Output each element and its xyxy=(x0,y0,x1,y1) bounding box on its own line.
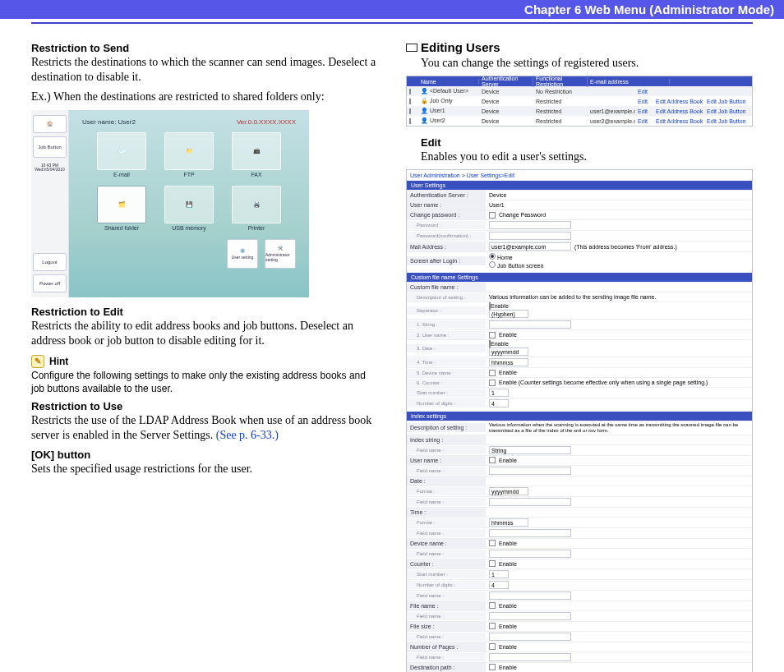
idx-string-field[interactable]: String xyxy=(489,446,571,454)
idx-counter-field[interactable] xyxy=(489,591,571,600)
row-checkbox[interactable] xyxy=(409,118,411,124)
edit-link[interactable]: Edit xyxy=(635,118,653,124)
idx-username-checkbox[interactable] xyxy=(489,457,496,463)
idx-filename-checkbox[interactable] xyxy=(489,602,496,609)
tile-printer: 🖨️Printer xyxy=(232,186,281,231)
password-confirm-input[interactable] xyxy=(489,232,571,240)
user-setting-button[interactable]: ⚙️User setting xyxy=(227,239,258,269)
hint-label: Hint xyxy=(49,356,68,367)
idx-pages-field[interactable] xyxy=(489,653,571,661)
poweroff-button[interactable]: Power off xyxy=(33,274,67,292)
idx-time-field[interactable] xyxy=(489,529,571,537)
scanner-version: Ver.0.0.XXXX.XXXX xyxy=(237,118,296,126)
tile-shared-folder[interactable]: 🗂️Shared folder xyxy=(97,186,146,231)
heading-editing-users: Editing Users xyxy=(406,40,753,54)
job-button[interactable]: Job Button xyxy=(33,136,67,158)
hint-text: Configure the following settings to make… xyxy=(31,370,378,395)
table-row: 👤 User1DeviceRestricteduser1@example.com… xyxy=(407,106,752,116)
edit-jobbutton-link[interactable]: Edit Job Button xyxy=(704,108,752,114)
idx-username-field[interactable] xyxy=(489,467,571,475)
edit-addressbook-link[interactable]: Edit Address Book xyxy=(653,108,704,114)
admin-setting-button[interactable]: 🛠️Administrator setting xyxy=(265,239,296,269)
cfn-username-checkbox[interactable] xyxy=(489,332,496,338)
see-link[interactable]: (See p. 6-33.) xyxy=(216,429,279,441)
cfn-device-checkbox[interactable] xyxy=(489,370,496,376)
idx-device-checkbox[interactable] xyxy=(489,540,496,546)
heading-edit: Edit xyxy=(421,136,753,149)
chapter-header: Chapter 6 Web Menu (Administrator Mode) xyxy=(0,0,784,19)
panel-user-settings: User Settings xyxy=(407,181,752,190)
heading-restriction-use: Restriction to Use xyxy=(31,400,378,412)
user-settings-form-figure: User Administration > User Settings>Edit… xyxy=(406,169,753,672)
heading-ok-button: [OK] button xyxy=(31,449,378,461)
tile-usb: 💾USB memory xyxy=(164,186,214,231)
idx-date-format[interactable]: yyyymmdd xyxy=(489,487,528,495)
para-editing-users: You can change the settings of registere… xyxy=(421,56,753,71)
string-input[interactable] xyxy=(489,320,571,329)
row-checkbox[interactable] xyxy=(409,99,411,104)
idx-filename-field[interactable] xyxy=(489,612,571,620)
tile-email: ✉️E-mail xyxy=(97,132,146,177)
logout-button[interactable]: Logout xyxy=(33,253,67,271)
top-rule xyxy=(31,22,753,24)
panel-index-settings: Index settings xyxy=(407,412,752,421)
idx-pages-checkbox[interactable] xyxy=(489,643,496,650)
para-restriction-use: Restricts the use of the LDAP Address Bo… xyxy=(31,413,378,443)
table-row: 👤 <Default User>DeviceNo RestrictionEdit xyxy=(407,86,752,96)
table-header: Name Authentication Server Functional Re… xyxy=(407,76,752,86)
table-row: 🔒 Job OnlyDeviceRestrictedEditEdit Addre… xyxy=(407,96,752,106)
bullet-icon xyxy=(406,44,417,52)
table-row: 👤 User2DeviceRestricteduser2@example.com… xyxy=(407,116,752,126)
digits-input[interactable]: 4 xyxy=(489,399,509,407)
left-column: Restriction to Send Restricts the destin… xyxy=(31,40,378,672)
tile-ftp: 📁FTP xyxy=(164,132,214,177)
edit-jobbutton-link[interactable]: Edit Job Button xyxy=(704,99,752,104)
idx-device-field[interactable] xyxy=(489,550,571,558)
scanner-main: User name: User2 Ver.0.0.XXXX.XXXX ✉️E-m… xyxy=(69,110,309,297)
idx-digits[interactable]: 4 xyxy=(489,581,509,589)
para-ok-button: Sets the specified usage restrictions fo… xyxy=(31,462,378,476)
heading-restriction-edit: Restriction to Edit xyxy=(31,306,378,318)
panel-custom-filename: Custom file name Settings xyxy=(407,273,752,282)
heading-restriction-send: Restriction to Send xyxy=(31,42,378,54)
idx-time-format[interactable]: hhmmss xyxy=(489,518,528,527)
password-input[interactable] xyxy=(489,221,571,229)
change-password-checkbox[interactable] xyxy=(489,212,496,219)
start-number-input[interactable]: 1 xyxy=(489,389,509,397)
idx-filesize-checkbox[interactable] xyxy=(489,623,496,629)
hint-block: ✎ Hint xyxy=(31,355,378,368)
scanner-username: User name: User2 xyxy=(82,118,136,126)
edit-jobbutton-link[interactable]: Edit Job Button xyxy=(704,118,752,124)
time-format-select[interactable]: hhmmss xyxy=(489,358,528,366)
scanner-ui-figure: 🏠 Job Button 10:43 PM Wed\n5/04/2010 Log… xyxy=(31,110,309,297)
cfn-counter-checkbox[interactable] xyxy=(489,380,496,386)
idx-date-field[interactable] xyxy=(489,498,571,506)
idx-counter-checkbox[interactable] xyxy=(489,560,496,567)
clock-label: 10:43 PM Wed\n5/04/2010 xyxy=(33,161,67,173)
edit-link[interactable]: Edit xyxy=(635,108,653,114)
idx-dest-checkbox[interactable] xyxy=(489,664,496,670)
row-checkbox[interactable] xyxy=(409,89,411,94)
home-button[interactable]: 🏠 xyxy=(33,115,67,133)
mail-input[interactable]: user1@example.com xyxy=(489,242,571,251)
para-edit: Enables you to edit a user's settings. xyxy=(421,150,753,164)
idx-filesize-field[interactable] xyxy=(489,633,571,641)
date-format-select[interactable]: yyyymmdd xyxy=(489,348,528,356)
para-restriction-edit: Restricts the ability to edit address bo… xyxy=(31,319,378,348)
row-checkbox[interactable] xyxy=(409,108,411,114)
users-table-figure: Name Authentication Server Functional Re… xyxy=(406,76,753,127)
idx-start-number[interactable]: 1 xyxy=(489,570,509,578)
screen-home-radio[interactable] xyxy=(489,253,496,260)
edit-link[interactable]: Edit xyxy=(635,99,653,104)
para-restriction-send: Restricts the destinations to which the … xyxy=(31,55,378,85)
sep-select[interactable]: (Hyphen) xyxy=(489,310,528,318)
edit-addressbook-link[interactable]: Edit Address Book xyxy=(653,118,704,124)
edit-link[interactable]: Edit xyxy=(635,89,653,94)
screen-job-radio[interactable] xyxy=(489,261,496,268)
right-column: Editing Users You can change the setting… xyxy=(406,40,753,672)
scanner-sidebar: 🏠 Job Button 10:43 PM Wed\n5/04/2010 Log… xyxy=(31,110,69,297)
hint-icon: ✎ xyxy=(31,355,44,368)
tile-fax: 📠FAX xyxy=(232,132,281,177)
breadcrumb: User Administration > User Settings>Edit xyxy=(407,170,752,181)
edit-addressbook-link[interactable]: Edit Address Book xyxy=(653,99,704,104)
